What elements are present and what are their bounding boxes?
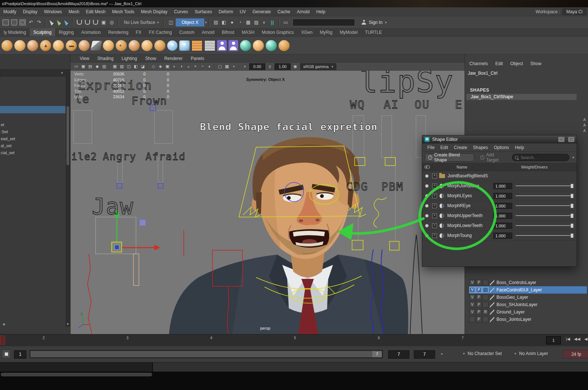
exposure-icon[interactable]: ◑ — [241, 63, 248, 70]
sculpt-grid-icon[interactable] — [204, 40, 215, 51]
layer-name[interactable]: FaceControlGUI_Layer — [495, 287, 587, 293]
group-name[interactable]: JointBaseRigBlendS — [448, 173, 488, 178]
row-state-dot[interactable] — [425, 214, 429, 218]
snap-point-icon[interactable] — [93, 20, 98, 25]
render-view-icon[interactable]: ◧ — [220, 19, 227, 26]
set-list-item[interactable]: :Set — [1, 128, 63, 135]
pause-viewport-icon[interactable]: || — [268, 20, 276, 25]
select-component-icon[interactable] — [64, 19, 69, 26]
select-object-icon[interactable] — [57, 19, 62, 26]
layer-display-type-toggle[interactable] — [483, 294, 488, 300]
lights-icon[interactable]: ◐ — [171, 63, 178, 70]
grab-brush-icon[interactable]: ▲ — [40, 40, 51, 51]
bulge-brush-icon[interactable]: + — [116, 40, 127, 51]
resolution-gate-icon[interactable]: ◫ — [126, 63, 132, 70]
target-name[interactable]: MorphJointBase — [447, 183, 479, 188]
playback-end-field[interactable]: 7 — [388, 350, 409, 359]
add-target-button[interactable]: + Add Target — [477, 153, 509, 162]
menu-arnold[interactable]: Arnold — [294, 7, 313, 16]
pinch-brush-icon[interactable] — [53, 40, 64, 51]
display-layer-row[interactable]: V P R Ground_Layer — [469, 308, 587, 316]
hypershade-icon[interactable]: ▨ — [252, 19, 260, 26]
menu-help[interactable]: Help — [313, 7, 329, 16]
shelf-tab-sculpting[interactable]: Sculpting — [30, 28, 55, 36]
exposure-field[interactable]: 0.00 — [249, 63, 265, 70]
blend-shape-row[interactable]: + MorphLowerTeeth 1.000 — [422, 221, 577, 231]
display-layer-row[interactable]: P Boss_JointsLayer — [469, 316, 587, 323]
shelf-tab-arnold[interactable]: Arnold — [198, 28, 218, 36]
layer-visibility-toggle[interactable]: V — [469, 280, 475, 286]
layer-name[interactable]: Ground_Layer — [495, 309, 587, 315]
color-management-icon[interactable]: ◉ — [292, 63, 298, 70]
redo-icon[interactable]: ↷ — [35, 19, 43, 26]
row-state-dot[interactable] — [425, 194, 429, 198]
weight-field[interactable]: 1.000 — [493, 193, 512, 199]
shelf-tab-rendering[interactable]: Rendering — [104, 28, 132, 36]
row-state-dot[interactable] — [425, 224, 429, 228]
layer-playback-toggle[interactable]: P — [476, 302, 482, 308]
blend-shape-row[interactable]: + MorphREye 1.000 — [422, 201, 577, 211]
character-set-dropdown[interactable]: ▾ No Character Set — [463, 351, 502, 356]
layer-display-type-toggle[interactable] — [483, 287, 488, 293]
mask-brush-icon[interactable] — [240, 40, 251, 51]
panel-menu-shading[interactable]: Shading — [93, 56, 118, 61]
slider-handle[interactable] — [570, 223, 574, 228]
image-plane-icon[interactable]: ▥ — [101, 63, 107, 70]
expand-icon[interactable]: + — [432, 213, 437, 218]
film-gate-icon[interactable]: ▧ — [119, 63, 125, 70]
weight-slider[interactable] — [516, 233, 574, 238]
layer-display-type-toggle[interactable] — [483, 280, 488, 286]
command-scrollbar[interactable] — [1, 373, 152, 376]
weight-column-header[interactable]: Weight/Drivers — [492, 164, 577, 170]
open-scene-icon[interactable] — [11, 20, 17, 25]
panel-menu-view[interactable]: View — [76, 56, 93, 61]
flatten-brush-icon[interactable]: ▬ — [66, 40, 77, 51]
shelf-tab-fx-caching[interactable]: FX Caching — [145, 28, 176, 36]
search-input[interactable] — [520, 155, 567, 160]
play-back-icon[interactable]: ◀ — [584, 337, 587, 341]
shape-node-row[interactable]: Jaw_Box1_CtrlShape — [466, 94, 577, 100]
cb-menu-channels[interactable]: Channels — [469, 61, 488, 66]
amplify-brush-icon[interactable] — [129, 40, 140, 51]
layer-name[interactable]: Boss_JointsLayer — [495, 316, 587, 323]
motion-blur-icon[interactable]: ◓ — [192, 63, 198, 70]
shelf-tab-fx[interactable]: FX — [132, 28, 145, 36]
shelf-tab-myrig[interactable]: MyRig — [316, 28, 336, 36]
shelf-tab-mash[interactable]: MASH — [238, 28, 258, 36]
wireframe-icon[interactable]: ◇ — [150, 63, 157, 70]
bookmark-icon[interactable]: ◆ — [94, 63, 100, 70]
name-column-header[interactable]: Name — [432, 164, 492, 170]
layer-display-type-toggle[interactable] — [483, 302, 488, 308]
quick-entry-field[interactable] — [293, 19, 355, 26]
playback-range-fill[interactable] — [31, 351, 382, 357]
filter-options-icon[interactable]: ▾ — [572, 156, 574, 159]
display-layer-row[interactable]: V P Boss_SHJointsLayer — [469, 301, 587, 308]
layer-display-type-toggle[interactable]: R — [483, 309, 488, 315]
snap-view-plane-icon[interactable]: ◎ — [108, 19, 115, 26]
symmetry-axis-icon[interactable]: ◫ — [167, 19, 175, 26]
light-editor-icon[interactable]: ◐ — [261, 19, 268, 26]
set-list-item[interactable]: ead_set — [1, 135, 63, 142]
se-menu-edit[interactable]: Edit — [437, 143, 451, 152]
clone-brush-icon[interactable] — [266, 40, 277, 51]
cb-menu-object[interactable]: Object — [510, 61, 523, 66]
layer-name[interactable]: BossGeo_Layer — [495, 294, 587, 301]
command-input-field[interactable] — [0, 362, 153, 372]
target-name[interactable]: MorphREye — [447, 203, 470, 208]
multisample-icon[interactable]: ◔ — [199, 63, 205, 70]
undo-icon[interactable]: ↶ — [27, 19, 35, 26]
save-scene-icon[interactable] — [19, 20, 26, 25]
select-camera-icon[interactable]: ▭ — [73, 63, 79, 70]
grid-toggle-icon[interactable]: ▦ — [112, 63, 118, 70]
xray-icon[interactable]: ▩ — [224, 63, 230, 70]
expand-icon[interactable]: + — [432, 174, 437, 178]
shadows-icon[interactable]: ◑ — [178, 63, 184, 70]
layer-name[interactable]: Boss_SHJointsLayer — [495, 301, 587, 308]
field-chart-icon[interactable]: ◪ — [140, 63, 146, 70]
menu-deform[interactable]: Deform — [215, 7, 236, 16]
gamma-icon[interactable]: γ — [267, 63, 273, 70]
knife-brush-icon[interactable] — [90, 41, 102, 50]
se-menu-file[interactable]: File — [424, 143, 437, 152]
weight-slider[interactable] — [516, 193, 574, 199]
shelf-tab-rigging[interactable]: Rigging — [55, 28, 78, 36]
